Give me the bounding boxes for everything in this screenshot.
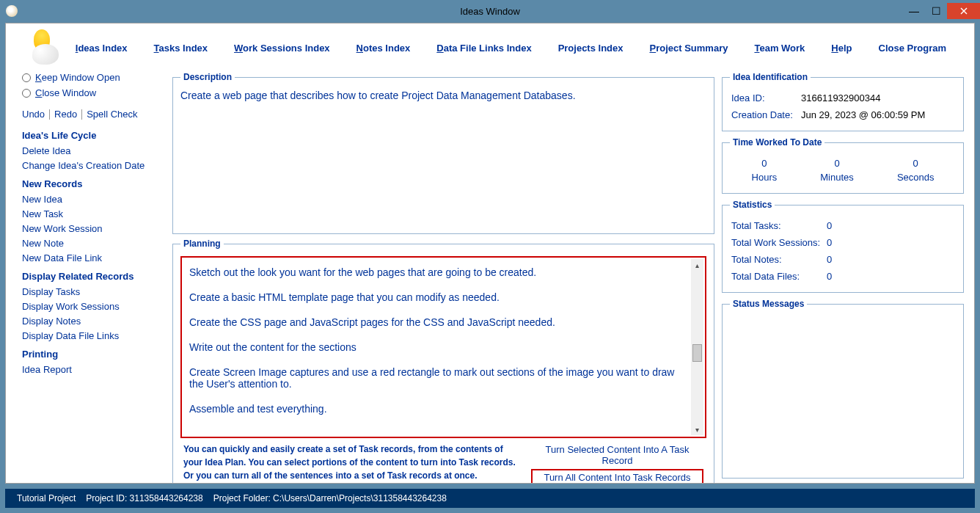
menu-work-sessions-index[interactable]: Work Sessions Index: [221, 40, 343, 57]
seconds-label: Seconds: [897, 172, 935, 183]
keep-window-open-radio[interactable]: Keep Window Open: [22, 72, 165, 83]
printing-heading: Printing: [22, 349, 165, 360]
app-logo-icon: [26, 29, 37, 66]
minimize-button[interactable]: —: [903, 3, 925, 19]
scroll-thumb[interactable]: [692, 344, 702, 362]
delete-idea-link[interactable]: Delete Idea: [22, 145, 165, 156]
close-button[interactable]: [947, 3, 980, 19]
title-bar: Ideas Window — ☐: [0, 0, 980, 22]
menu-projects-index[interactable]: Projects Index: [545, 40, 637, 57]
planning-line[interactable]: Sketch out the look you want for the web…: [189, 266, 685, 278]
maximize-button[interactable]: ☐: [925, 3, 947, 19]
statistics-fieldset: Statistics Total Tasks:0 Total Work Sess…: [722, 200, 964, 293]
undo-link[interactable]: Undo: [22, 109, 45, 120]
status-project-folder: Project Folder: C:\Users\Darren\Projects…: [213, 493, 447, 503]
new-records-heading: New Records: [22, 178, 165, 189]
status-bar: Tutorial Project Project ID: 31135844326…: [5, 489, 975, 508]
planning-fieldset: Planning Sketch out the look you want fo…: [172, 239, 714, 483]
time-worked-fieldset: Time Worked To Date 0Hours 0Minutes 0Sec…: [722, 137, 964, 194]
planning-legend: Planning: [180, 239, 224, 249]
planning-line[interactable]: Create a basic HTML template page that y…: [189, 291, 685, 303]
menu-data-file-links-index[interactable]: Data File Links Index: [423, 40, 544, 57]
window-controls: — ☐: [903, 3, 980, 19]
status-project-name: Tutorial Project: [17, 493, 76, 503]
total-notes-label: Total Notes:: [731, 254, 827, 265]
description-text[interactable]: Create a web page that describes how to …: [180, 90, 706, 226]
scroll-up-icon[interactable]: ▴: [691, 259, 703, 271]
total-data-files-label: Total Data Files:: [731, 271, 827, 282]
menu-tasks-index[interactable]: Tasks Index: [141, 40, 221, 57]
spell-check-link[interactable]: Spell Check: [87, 109, 137, 120]
idea-id-value: 316611932900344: [801, 92, 880, 103]
menu-close-program[interactable]: Close Program: [866, 40, 959, 57]
new-task-link[interactable]: New Task: [22, 208, 165, 219]
new-work-session-link[interactable]: New Work Session: [22, 223, 165, 234]
creation-date-label: Creation Date:: [731, 109, 801, 120]
idea-id-label: Idea ID:: [731, 92, 801, 103]
minutes-label: Minutes: [820, 172, 854, 183]
total-work-sessions-value: 0: [827, 237, 832, 248]
seconds-value: 0: [897, 158, 935, 169]
status-messages-legend: Status Messages: [730, 299, 807, 309]
display-related-heading: Display Related Records: [22, 271, 165, 282]
menu-help[interactable]: Help: [818, 40, 865, 57]
life-cycle-heading: Idea's Life Cycle: [22, 130, 165, 141]
scroll-down-icon[interactable]: ▾: [691, 423, 703, 435]
status-messages-fieldset: Status Messages: [722, 299, 964, 479]
planning-text[interactable]: Sketch out the look you want for the web…: [183, 259, 691, 435]
menu-notes-index[interactable]: Notes Index: [343, 40, 424, 57]
change-creation-date-link[interactable]: Change Idea's Creation Date: [22, 160, 165, 171]
display-work-sessions-link[interactable]: Display Work Sessions: [22, 301, 165, 312]
menu-ideas-index[interactable]: Ideas Index: [62, 40, 141, 57]
new-data-file-link-link[interactable]: New Data File Link: [22, 252, 165, 263]
turn-selected-content-link[interactable]: Turn Selected Content Into A Task Record: [531, 443, 703, 467]
window-title: Ideas Window: [460, 6, 520, 17]
idea-report-link[interactable]: Idea Report: [22, 364, 165, 375]
display-notes-link[interactable]: Display Notes: [22, 316, 165, 327]
total-tasks-label: Total Tasks:: [731, 220, 827, 231]
total-work-sessions-label: Total Work Sessions:: [731, 237, 827, 248]
hours-value: 0: [752, 158, 778, 169]
description-fieldset: Description Create a web page that descr…: [172, 72, 714, 234]
total-notes-value: 0: [827, 254, 832, 265]
minutes-value: 0: [820, 158, 854, 169]
planning-line[interactable]: Write out the content for the sections: [189, 341, 685, 353]
planning-line[interactable]: Assemble and test everything.: [189, 403, 685, 415]
menu-bar: Ideas Index Tasks Index Work Sessions In…: [62, 40, 959, 57]
app-icon: [6, 5, 18, 17]
total-data-files-value: 0: [827, 271, 832, 282]
new-idea-link[interactable]: New Idea: [22, 194, 165, 205]
turn-all-content-link[interactable]: Turn All Content Into Task Records: [531, 469, 703, 483]
menu-team-work[interactable]: Team Work: [741, 40, 818, 57]
creation-date-value: Jun 29, 2023 @ 06:00:59 PM: [801, 109, 925, 120]
time-worked-legend: Time Worked To Date: [730, 137, 824, 148]
description-legend: Description: [180, 72, 235, 82]
statistics-legend: Statistics: [730, 200, 775, 210]
idea-identification-legend: Idea Identification: [730, 72, 811, 82]
hours-label: Hours: [752, 172, 778, 183]
redo-link[interactable]: Redo: [54, 109, 77, 120]
planning-scrollbar[interactable]: ▴ ▾: [691, 259, 703, 435]
display-tasks-link[interactable]: Display Tasks: [22, 286, 165, 297]
total-tasks-value: 0: [827, 220, 832, 231]
new-note-link[interactable]: New Note: [22, 238, 165, 249]
display-data-file-links-link[interactable]: Display Data File Links: [22, 330, 165, 341]
planning-line[interactable]: Create Screen Image captures and use a r…: [189, 366, 685, 390]
menu-project-summary[interactable]: Project Summary: [637, 40, 742, 57]
task-help-text: You can quickly and easily create a set …: [183, 443, 516, 482]
planning-line[interactable]: Create the CSS page and JavaScript pages…: [189, 316, 685, 328]
idea-identification-fieldset: Idea Identification Idea ID:316611932900…: [722, 72, 964, 131]
close-window-radio[interactable]: Close Window: [22, 87, 165, 98]
status-project-id: Project ID: 311358443264238: [86, 493, 202, 503]
